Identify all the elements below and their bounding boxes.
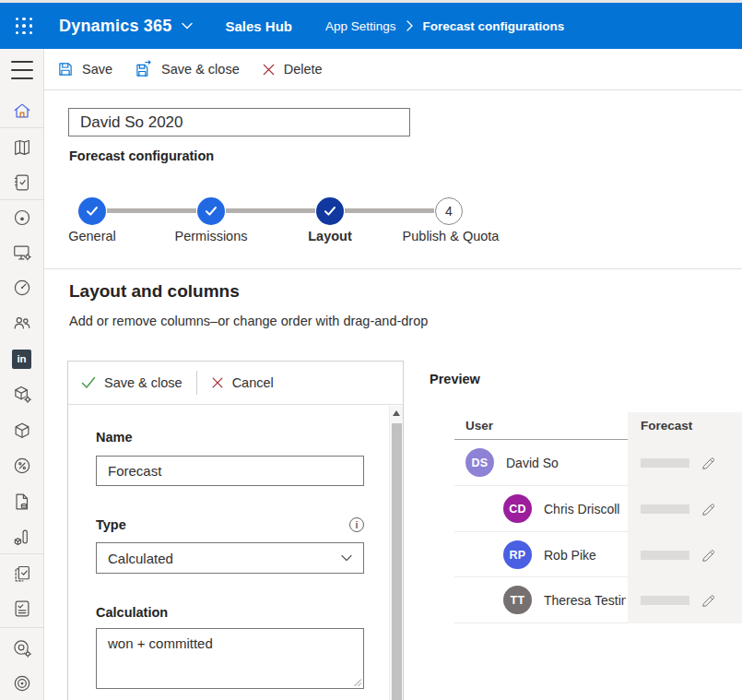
step-general-circle[interactable]	[78, 197, 106, 225]
panel-cancel-label: Cancel	[232, 375, 274, 390]
sidebar-divider	[0, 627, 43, 628]
pencil-icon	[701, 502, 716, 517]
avatar: DS	[465, 448, 494, 477]
linkedin-icon: in	[12, 350, 31, 369]
table-row[interactable]: RP Rob Pike	[0, 532, 742, 578]
step-layout-label: Layout	[265, 229, 395, 243]
step-permissions-label: Permissions	[147, 229, 276, 243]
edit-forecast-button[interactable]	[698, 499, 718, 519]
panel-save-and-close-button[interactable]: Save & close	[81, 375, 183, 390]
sidebar-item-product[interactable]	[0, 420, 43, 442]
delete-x-icon	[262, 63, 276, 77]
delete-label: Delete	[284, 62, 323, 77]
bullseye-icon	[12, 673, 32, 694]
avatar: RP	[503, 540, 532, 569]
save-button[interactable]: Save	[46, 49, 124, 89]
avatar: TT	[503, 586, 532, 614]
step-connector	[226, 208, 315, 213]
table-row[interactable]: DS David So	[0, 440, 742, 486]
forecast-value-placeholder	[641, 458, 689, 468]
gauge-icon	[12, 208, 32, 228]
row-divider	[454, 623, 628, 623]
map-book-icon	[12, 137, 32, 158]
breadcrumb-page: Forecast configurations	[423, 19, 565, 33]
step-connector	[345, 208, 434, 213]
chevron-down-icon[interactable]	[182, 22, 193, 30]
section-subtitle: Add or remove columns–or change order wi…	[69, 314, 428, 328]
step-publish-quota-circle[interactable]: 4	[435, 197, 463, 225]
column-header-forecast[interactable]: Forecast	[641, 419, 692, 433]
edit-forecast-button[interactable]	[698, 590, 718, 611]
app-title[interactable]: Dynamics 365	[59, 17, 171, 36]
sidebar-item-speedometer[interactable]	[0, 277, 43, 299]
pencil-icon	[701, 456, 716, 471]
save-and-close-icon	[135, 60, 153, 78]
command-bar: Save Save & close Delete	[44, 49, 742, 90]
check-icon	[86, 206, 99, 217]
sidebar-item-notebook[interactable]	[0, 172, 43, 194]
column-editor-toolbar: Save & close Cancel	[68, 362, 403, 405]
record-name-input[interactable]	[68, 108, 410, 136]
speedometer-icon	[12, 278, 32, 298]
panel-cancel-button[interactable]: Cancel	[211, 375, 274, 390]
calculation-field-textarea[interactable]: won + committed	[96, 628, 364, 689]
sidebar-item-home[interactable]	[0, 100, 43, 122]
forecast-value-placeholder	[641, 551, 689, 560]
breadcrumb-section[interactable]: App Settings	[325, 19, 396, 33]
office-navbar: Dynamics 365 Sales Hub App Settings Fore…	[0, 3, 742, 49]
save-and-close-label: Save & close	[161, 62, 240, 77]
home-icon	[12, 101, 32, 121]
sidebar-item-product-settings[interactable]	[0, 384, 43, 406]
forecast-value-placeholder	[641, 504, 689, 514]
target-gear-icon	[12, 638, 32, 658]
check-icon	[205, 206, 218, 217]
pencil-icon	[701, 548, 716, 564]
pencil-icon	[701, 593, 716, 609]
user-name: Chris Driscoll	[544, 502, 619, 516]
user-name: Theresa Testing	[544, 593, 626, 608]
user-name: Rob Pike	[544, 548, 596, 563]
section-divider	[44, 268, 742, 269]
edit-forecast-button[interactable]	[698, 453, 718, 473]
app-launcher-button[interactable]	[12, 14, 36, 38]
step-general-label: General	[28, 229, 157, 243]
sidebar-item-gauge[interactable]	[0, 207, 43, 229]
waffle-icon	[16, 18, 33, 35]
delete-button[interactable]: Delete	[251, 49, 334, 89]
toolbar-divider	[196, 371, 197, 395]
table-row[interactable]: TT Theresa Testing	[0, 577, 742, 623]
hamburger-menu-icon[interactable]	[11, 61, 33, 79]
sidebar-item-team[interactable]	[0, 312, 43, 334]
save-icon	[57, 61, 74, 77]
section-title: Layout and columns	[69, 281, 240, 302]
team-icon	[12, 313, 32, 333]
user-name: David So	[506, 456, 559, 470]
check-icon	[324, 206, 336, 217]
sidebar-divider	[0, 127, 43, 128]
avatar: CD	[503, 494, 532, 523]
app-area-label[interactable]: Sales Hub	[225, 18, 292, 34]
sidebar-item-linkedin[interactable]: in	[0, 348, 43, 370]
save-and-close-button[interactable]: Save & close	[124, 49, 251, 89]
edit-forecast-button[interactable]	[698, 545, 718, 565]
monitor-settings-icon	[12, 243, 32, 263]
step-publish-quota-label: Publish & Quota	[386, 229, 515, 243]
record-type-label: Forecast configuration	[69, 148, 214, 163]
check-icon	[81, 376, 96, 389]
sidebar-divider	[0, 199, 43, 200]
table-row[interactable]: CD Chris Driscoll	[0, 486, 742, 532]
sidebar-item-goal-settings[interactable]	[0, 637, 43, 659]
step-permissions-circle[interactable]	[197, 197, 225, 225]
task-notebook-icon	[12, 172, 32, 193]
scroll-up-arrow-icon[interactable]	[393, 410, 400, 416]
sidebar-item-map[interactable]	[0, 136, 43, 159]
cube-icon	[12, 421, 32, 441]
preview-title: Preview	[430, 372, 480, 386]
column-header-user[interactable]: User	[465, 419, 493, 433]
breadcrumb-chevron-icon	[406, 20, 413, 31]
sidebar-item-goals[interactable]	[0, 672, 43, 694]
step-layout-circle[interactable]	[316, 197, 344, 225]
sidebar-item-monitor-settings[interactable]	[0, 242, 43, 264]
panel-save-and-close-label: Save & close	[104, 375, 183, 390]
cancel-x-icon	[211, 376, 224, 389]
